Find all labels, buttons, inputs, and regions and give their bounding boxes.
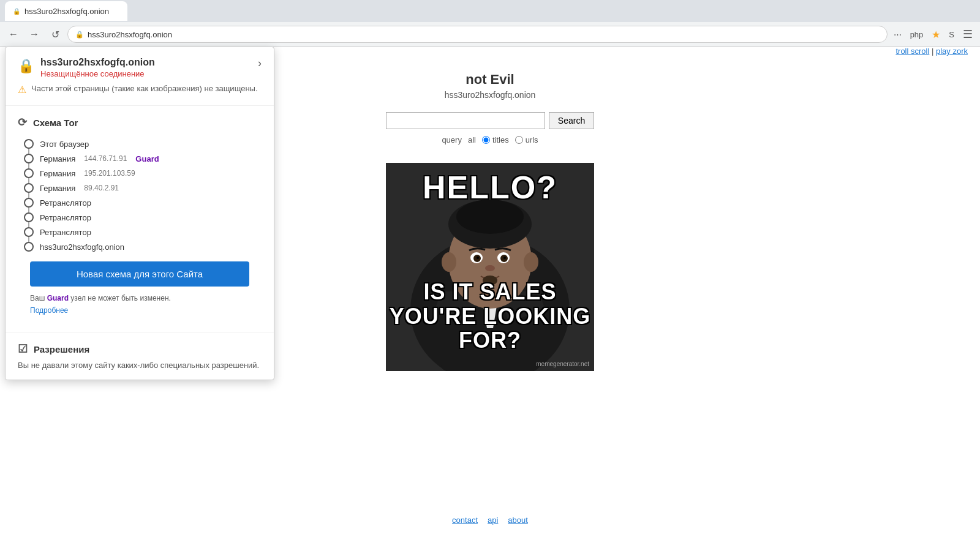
tor-node-3: Германия 89.40.2.91 — [24, 181, 262, 195]
php-label[interactable]: php — [908, 29, 926, 40]
popup-arrow-button[interactable]: › — [258, 57, 262, 70]
node-dot-0 — [24, 139, 34, 149]
meme-image: HELLO? IS IT SALES YOU'RE LOOKING FOR? m… — [386, 163, 594, 371]
tor-node-0: Этот браузер — [24, 137, 262, 151]
tor-chain: Этот браузер Германия 144.76.71.91 Guard… — [18, 137, 262, 254]
connection-section: 🔒 hss3uro2hsxfogfq.onion Незащищённое со… — [6, 47, 274, 106]
contact-link[interactable]: contact — [452, 516, 478, 525]
bookmark-button[interactable]: ★ — [929, 28, 943, 42]
node-dot-1 — [24, 154, 34, 163]
tab-bar: 🔒 hss3uro2hsxfogfq.onion — [0, 0, 980, 22]
node-dot-5 — [24, 212, 34, 222]
warning-text: Части этой страницы (такие как изображен… — [31, 83, 258, 94]
popup-header-left: 🔒 hss3uro2hsxfogfq.onion Незащищённое со… — [18, 57, 155, 78]
tab-favicon: 🔒 — [12, 7, 21, 15]
node-label-5: Ретранслятор — [40, 213, 91, 222]
new-circuit-button[interactable]: Новая схема для этого Сайта — [30, 261, 249, 287]
node-label-1: Германия — [40, 154, 75, 163]
urls-radio[interactable] — [515, 136, 523, 144]
about-link[interactable]: about — [508, 516, 528, 525]
tor-icon: ⟳ — [18, 116, 27, 129]
node-dot-6 — [24, 227, 34, 237]
node-ip-3: 89.40.2.91 — [84, 184, 119, 192]
tor-schema-label: Схема Tor — [33, 118, 78, 128]
tor-node-7: hss3uro2hsxfogfq.onion — [24, 239, 262, 254]
node-label-3: Германия — [40, 184, 75, 193]
domain-info: hss3uro2hsxfogfq.onion Незащищённое соед… — [40, 57, 155, 78]
hamburger-button[interactable]: ☰ — [960, 26, 975, 42]
node-label-7: hss3uro2hsxfogfq.onion — [40, 242, 124, 252]
permissions-icon: ☑ — [18, 342, 28, 356]
svg-point-10 — [442, 252, 456, 272]
node-dot-7 — [24, 242, 34, 252]
svg-point-16 — [477, 257, 479, 259]
tor-node-5: Ретранслятор — [24, 210, 262, 225]
search-options: query all titles urls — [442, 135, 538, 144]
sync-button[interactable]: S — [946, 29, 957, 40]
address-text: hss3uro2hsxfogfq.onion — [88, 30, 880, 39]
security-popup: 🔒 hss3uro2hsxfogfq.onion Незащищённое со… — [5, 47, 274, 380]
guard-word: Guard — [47, 294, 69, 302]
urls-label: urls — [526, 135, 538, 144]
node-dot-4 — [24, 198, 34, 208]
tab-title: hss3uro2hsxfogfq.onion — [24, 7, 109, 16]
query-label: query — [442, 135, 462, 144]
menu-button[interactable]: ⋯ — [891, 29, 904, 40]
meme-text-top: HELLO? — [386, 169, 594, 206]
node-label-0: Этот браузер — [40, 140, 89, 149]
lock-icon: 🔒 — [18, 58, 34, 74]
titles-label: titles — [492, 135, 509, 144]
titles-radio[interactable] — [482, 136, 490, 144]
meme-watermark: memegenerator.net — [536, 361, 589, 367]
node-label-2: Германия — [40, 169, 75, 178]
permissions-text: Вы не давали этому сайту каких-либо спец… — [18, 361, 262, 370]
tor-node-1: Германия 144.76.71.91 Guard — [24, 151, 262, 166]
forward-button[interactable]: → — [26, 26, 43, 43]
learn-more-link[interactable]: Подробнее — [18, 306, 262, 322]
api-link[interactable]: api — [488, 516, 498, 525]
tor-node-6: Ретранслятор — [24, 225, 262, 239]
toolbar-right: ⋯ php ★ S ☰ — [891, 26, 975, 42]
node-label-6: Ретранслятор — [40, 228, 91, 237]
browser-toolbar: ← → ↺ 🔒 hss3uro2hsxfogfq.onion ⋯ php ★ S… — [0, 22, 980, 47]
urls-radio-group[interactable]: urls — [515, 135, 538, 144]
node-ip-1: 144.76.71.91 — [84, 154, 127, 163]
node-label-4: Ретранслятор — [40, 198, 91, 208]
meme-text-bottom: IS IT SALES YOU'RE LOOKING FOR? — [386, 280, 594, 353]
insecure-label: Незащищённое соединение — [40, 69, 155, 78]
back-button[interactable]: ← — [5, 26, 22, 43]
address-lock-icon: 🔒 — [75, 31, 84, 39]
node-guard-1: Guard — [135, 154, 159, 163]
tor-header: ⟳ Схема Tor — [18, 116, 262, 129]
node-ip-2: 195.201.103.59 — [84, 169, 135, 178]
play-zork-link[interactable]: play zork — [936, 47, 968, 56]
tor-node-4: Ретранслятор — [24, 195, 262, 210]
svg-point-17 — [503, 257, 506, 259]
permissions-section: ☑ Разрешения Вы не давали этому сайту ка… — [6, 332, 274, 380]
browser-chrome: 🔒 hss3uro2hsxfogfq.onion ← → ↺ 🔒 hss3uro… — [0, 0, 980, 47]
svg-point-11 — [524, 252, 538, 272]
popup-warning: ⚠ Части этой страницы (такие как изображ… — [18, 83, 262, 96]
troll-scroll-link[interactable]: troll scroll — [895, 47, 929, 56]
link-separator: | — [932, 47, 936, 56]
site-domain: hss3uro2hsxfogfq.onion — [445, 90, 536, 100]
svg-point-18 — [485, 265, 495, 271]
site-title: not Evil — [466, 72, 514, 88]
titles-radio-group[interactable]: titles — [482, 135, 509, 144]
top-right-links: troll scroll | play zork — [895, 47, 968, 56]
guard-note-suffix: узел не может быть изменен. — [70, 294, 171, 302]
search-button[interactable]: Search — [549, 112, 594, 129]
popup-header: 🔒 hss3uro2hsxfogfq.onion Незащищённое со… — [18, 57, 262, 78]
active-tab[interactable]: 🔒 hss3uro2hsxfogfq.onion — [5, 1, 127, 21]
search-input[interactable] — [386, 112, 545, 129]
warning-icon: ⚠ — [18, 84, 26, 96]
address-bar[interactable]: 🔒 hss3uro2hsxfogfq.onion — [67, 26, 888, 43]
guard-note-prefix: Ваш — [30, 294, 45, 302]
all-label: all — [468, 135, 476, 144]
node-dot-3 — [24, 183, 34, 193]
tor-node-2: Германия 195.201.103.59 — [24, 166, 262, 181]
tor-section: ⟳ Схема Tor Этот браузер Германия 144.76… — [6, 106, 274, 332]
node-dot-2 — [24, 168, 34, 178]
permissions-header: ☑ Разрешения — [18, 342, 262, 356]
refresh-button[interactable]: ↺ — [47, 26, 64, 43]
